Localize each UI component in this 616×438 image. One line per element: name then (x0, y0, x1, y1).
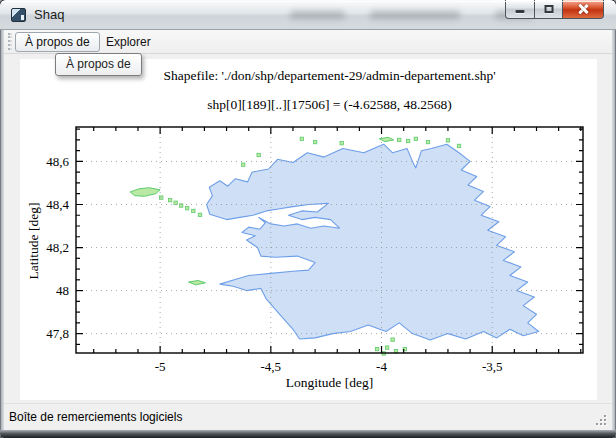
y-tick-label: 48,2 (46, 240, 69, 255)
map-islet-speck (174, 201, 177, 204)
caption-buttons (506, 0, 604, 19)
window-frame-left (0, 30, 4, 430)
map-islet-speck (257, 153, 260, 156)
x-tick-label: -4,5 (261, 359, 282, 374)
y-tick-label: 48,6 (46, 154, 69, 169)
statusbar: Boîte de remerciements logiciels (4, 403, 612, 430)
y-tick-label: 48,4 (46, 197, 69, 212)
map-island (189, 281, 206, 285)
plot-panel: Shapefile: './don/shp/departement-29/adm… (20, 59, 597, 400)
minimize-button[interactable] (505, 0, 535, 19)
titlebar[interactable]: Shaq (0, 0, 616, 30)
map-islet-speck (192, 209, 195, 212)
map-islet-speck (398, 138, 401, 141)
plot-title-shapefile: Shapefile: './don/shp/departement-29/adm… (76, 68, 583, 84)
plot-title-coordinates: shp[0][189][..][17506] = (-4.62588, 48.2… (76, 97, 583, 113)
map-islet-speck (300, 137, 303, 140)
map-islet-speck (391, 338, 394, 341)
close-icon (577, 3, 589, 15)
maximize-icon (544, 5, 553, 13)
window-frame-right (612, 30, 616, 430)
y-tick-label: 48 (56, 283, 69, 298)
map-mainland-finistere (207, 144, 539, 340)
resize-grip[interactable] (594, 413, 606, 425)
y-tick-label: 47,8 (46, 326, 69, 341)
map-island (130, 188, 160, 197)
x-tick-label: -4 (376, 359, 387, 374)
map-islet-speck (313, 140, 316, 143)
window-title: Shaq (34, 7, 64, 22)
window-frame-bottom (0, 430, 616, 438)
map-islet-speck (340, 141, 343, 144)
app-window: Shaq À propos de Explorer À propos de Sh… (0, 0, 616, 438)
map-islet-speck (198, 213, 201, 216)
menu-about-button[interactable]: À propos de (15, 32, 100, 52)
map-islet-speck (241, 163, 244, 166)
app-icon[interactable] (11, 8, 26, 22)
tooltip: À propos de (55, 53, 142, 76)
map-islet-speck (446, 139, 449, 142)
y-axis-label: Latitude [deg] (26, 141, 42, 341)
map-islet-speck (185, 206, 188, 209)
content-area: Shapefile: './don/shp/departement-29/adm… (4, 55, 612, 403)
map-islet-speck (375, 347, 378, 350)
map-islet-speck (406, 139, 409, 142)
x-axis-label: Longitude [deg] (76, 375, 583, 391)
status-message: Boîte de remerciements logiciels (9, 410, 182, 424)
x-tick-label: -3,5 (482, 359, 503, 374)
map-islet-speck (457, 144, 460, 147)
map-islet-speck (385, 346, 388, 349)
toolbar-grip-handle[interactable] (8, 33, 12, 50)
map-islet-speck (168, 198, 171, 201)
map-islet-speck (414, 137, 417, 140)
menu-explorer-button[interactable]: Explorer (100, 32, 157, 52)
maximize-button[interactable] (534, 0, 563, 19)
toolbar: À propos de Explorer (4, 30, 612, 54)
x-tick-label: -5 (155, 359, 166, 374)
map-islet-speck (426, 140, 429, 143)
close-button[interactable] (562, 0, 604, 19)
minimize-icon (516, 10, 525, 13)
